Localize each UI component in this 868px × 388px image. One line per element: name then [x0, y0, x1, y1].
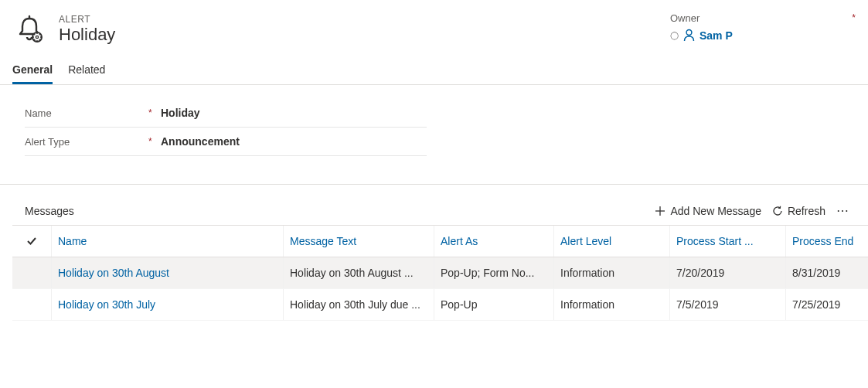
cell-alert-as: Pop-Up — [434, 289, 553, 320]
more-commands-button[interactable]: ⋯ — [836, 205, 849, 217]
cell-alert-level: Information — [553, 257, 669, 288]
refresh-label: Refresh — [788, 205, 825, 217]
field-name-row[interactable]: Name * Holiday — [25, 99, 427, 128]
tab-related[interactable]: Related — [68, 56, 105, 84]
grid-header-row: Name Message Text Alert As Alert Level P… — [12, 226, 868, 257]
bell-gear-icon — [14, 14, 45, 45]
column-header-alert-as[interactable]: Alert As — [434, 226, 553, 257]
entity-icon — [12, 12, 46, 46]
table-row[interactable]: Holiday on 30th July Holiday on 30th Jul… — [12, 289, 868, 321]
tab-general[interactable]: General — [12, 56, 53, 84]
owner-field-label-row: Owner * — [670, 12, 856, 24]
cell-alert-as: Pop-Up; Form No... — [434, 257, 553, 288]
svg-point-10 — [686, 30, 692, 36]
subgrid-title: Messages — [25, 205, 644, 217]
owner-value[interactable]: Sam P — [700, 29, 733, 42]
tab-bar: General Related — [0, 56, 868, 85]
row-select-cell[interactable] — [12, 295, 51, 314]
cell-start: 7/5/2019 — [669, 289, 785, 320]
owner-label: Owner — [670, 12, 700, 24]
svg-line-8 — [39, 34, 40, 35]
form-section: Name * Holiday Alert Type * Announcement — [0, 85, 868, 185]
field-alert-type-value[interactable]: Announcement — [161, 135, 427, 148]
status-dot-icon: ◯ — [670, 31, 679, 39]
record-title: Holiday — [59, 25, 115, 45]
required-indicator: * — [148, 107, 161, 118]
cell-end: 8/31/2019 — [785, 257, 863, 288]
select-all-column[interactable] — [12, 226, 51, 256]
add-new-message-label: Add New Message — [670, 205, 761, 217]
column-header-message[interactable]: Message Text — [283, 226, 434, 257]
column-header-name[interactable]: Name — [51, 226, 283, 257]
svg-line-9 — [34, 39, 35, 40]
plus-icon — [655, 206, 665, 216]
record-header: ALERT Holiday Owner * ◯ Sam P — [0, 0, 868, 56]
refresh-icon — [772, 206, 783, 216]
column-header-end[interactable]: Process End — [785, 226, 863, 257]
field-name-label: Name — [25, 107, 148, 119]
column-header-start[interactable]: Process Start ... — [669, 226, 785, 257]
cell-start: 7/20/2019 — [669, 257, 785, 288]
header-left: ALERT Holiday — [12, 12, 670, 46]
cell-name[interactable]: Holiday on 30th August — [51, 257, 283, 288]
ellipsis-icon: ⋯ — [836, 205, 849, 217]
cell-alert-level: Information — [553, 289, 669, 320]
owner-required-indicator: * — [852, 12, 856, 24]
add-new-message-button[interactable]: Add New Message — [655, 205, 761, 217]
svg-line-7 — [39, 39, 40, 40]
person-icon — [683, 29, 695, 42]
header-fields: Owner * ◯ Sam P — [670, 12, 856, 42]
subgrid-command-bar: Messages Add New Message Refresh ⋯ — [12, 196, 868, 226]
checkmark-icon — [26, 236, 37, 247]
field-alert-type-row[interactable]: Alert Type * Announcement — [25, 128, 427, 156]
svg-line-6 — [34, 34, 35, 35]
cell-message: Holiday on 30th July due ... — [283, 289, 434, 320]
field-name-value[interactable]: Holiday — [161, 107, 427, 119]
cell-name[interactable]: Holiday on 30th July — [51, 289, 283, 320]
refresh-button[interactable]: Refresh — [772, 205, 825, 217]
messages-subgrid: Messages Add New Message Refresh ⋯ Name … — [0, 196, 868, 321]
column-header-alert-level[interactable]: Alert Level — [553, 226, 669, 257]
cell-message: Holiday on 30th August ... — [283, 257, 434, 288]
table-row[interactable]: Holiday on 30th August Holiday on 30th A… — [12, 257, 868, 289]
owner-field-value-row[interactable]: ◯ Sam P — [670, 29, 856, 42]
cell-end: 7/25/2019 — [785, 289, 863, 320]
entity-type-label: ALERT — [59, 14, 115, 25]
field-alert-type-label: Alert Type — [25, 136, 148, 148]
required-indicator: * — [148, 136, 161, 147]
header-titles: ALERT Holiday — [59, 14, 115, 45]
row-select-cell[interactable] — [12, 264, 51, 282]
